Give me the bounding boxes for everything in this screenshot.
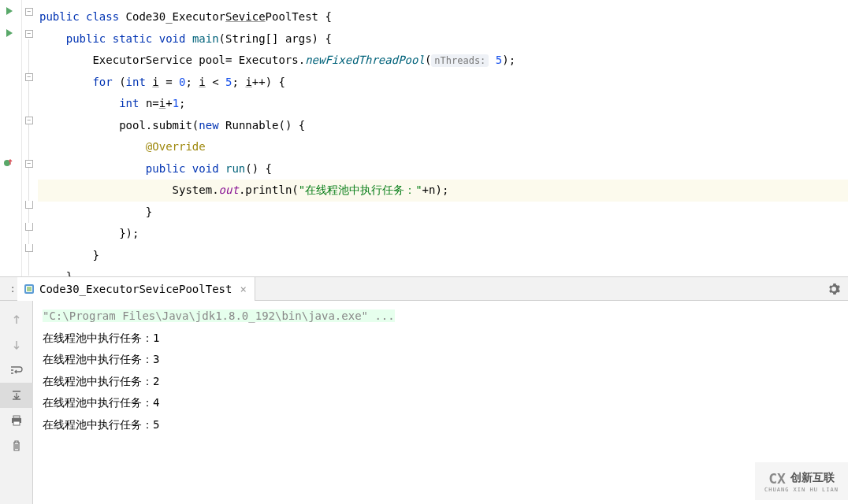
fold-end-icon[interactable] <box>25 244 33 252</box>
console-area: "C:\Program Files\Java\jdk1.8.0_192\bin\… <box>0 301 848 504</box>
up-arrow-icon[interactable] <box>0 307 33 332</box>
tab-run-config[interactable]: Code30_ExecutorSevicePoolTest × <box>17 277 255 301</box>
console-command-line: "C:\Program Files\Java\jdk1.8.0_192\bin\… <box>43 306 839 328</box>
trash-icon[interactable] <box>0 433 33 458</box>
console-output[interactable]: "C:\Program Files\Java\jdk1.8.0_192\bin\… <box>33 301 848 504</box>
console-output-line: 在线程池中执行任务：3 <box>43 349 839 371</box>
code-line: @Override <box>38 136 848 158</box>
override-marker-icon[interactable] <box>3 158 13 167</box>
run-panel-label: : <box>0 283 16 295</box>
code-line: } <box>38 266 848 276</box>
watermark-logo: CX 创新互联 CHUANG XIN HU LIAN <box>755 462 848 500</box>
fold-marker-icon[interactable]: − <box>25 160 33 168</box>
java-class-icon <box>24 284 35 295</box>
console-output-line: 在线程池中执行任务：1 <box>43 328 839 350</box>
gear-icon[interactable] <box>828 283 840 298</box>
code-line: public class Code30_ExecutorSevicePoolTe… <box>38 6 848 28</box>
gutter-left <box>0 0 22 276</box>
svg-rect-4 <box>13 416 20 418</box>
run-main-icon[interactable] <box>5 28 14 40</box>
code-line: pool.submit(new Runnable() { <box>38 115 848 137</box>
code-line: int n=i+1; <box>38 93 848 115</box>
svg-rect-6 <box>13 421 20 425</box>
fold-marker-icon[interactable]: − <box>25 117 33 124</box>
code-line: } <box>38 202 848 224</box>
down-arrow-icon[interactable] <box>0 332 33 358</box>
code-line: public static void main(String[] args) { <box>38 28 848 50</box>
code-line: System.out.println("在线程池中执行任务："+n); <box>38 180 848 202</box>
print-icon[interactable] <box>0 408 33 433</box>
fold-marker-icon[interactable]: − <box>25 8 33 16</box>
code-line: } <box>38 245 848 267</box>
code-line: }); <box>38 223 848 245</box>
console-output-line: 在线程池中执行任务：2 <box>43 371 839 393</box>
code-line: ExecutorService pool= Executors.newFixed… <box>38 50 848 72</box>
editor-area: − − − − − public class Code30_ExecutorSe… <box>0 0 848 277</box>
close-icon[interactable]: × <box>240 283 246 295</box>
code-line: public void run() { <box>38 158 848 180</box>
svg-rect-3 <box>27 287 32 291</box>
run-class-icon[interactable] <box>5 6 14 18</box>
gutter-fold: − − − − − <box>22 0 38 276</box>
console-output-line: 在线程池中执行任务：4 <box>43 392 839 414</box>
scroll-to-end-icon[interactable] <box>0 383 33 408</box>
console-output-line: 在线程池中执行任务：5 <box>43 414 839 436</box>
console-tabs: : Code30_ExecutorSevicePoolTest × <box>0 277 848 301</box>
fold-end-icon[interactable] <box>25 223 33 231</box>
fold-marker-icon[interactable]: − <box>25 30 33 38</box>
code-editor[interactable]: public class Code30_ExecutorSevicePoolTe… <box>38 0 848 276</box>
soft-wrap-icon[interactable] <box>0 358 33 383</box>
fold-marker-icon[interactable]: − <box>25 73 33 81</box>
console-toolbar <box>0 301 33 504</box>
code-line: for (int i = 0; i < 5; i++) { <box>38 72 848 94</box>
tab-label: Code30_ExecutorSevicePoolTest <box>39 283 232 295</box>
fold-end-icon[interactable] <box>25 201 33 209</box>
